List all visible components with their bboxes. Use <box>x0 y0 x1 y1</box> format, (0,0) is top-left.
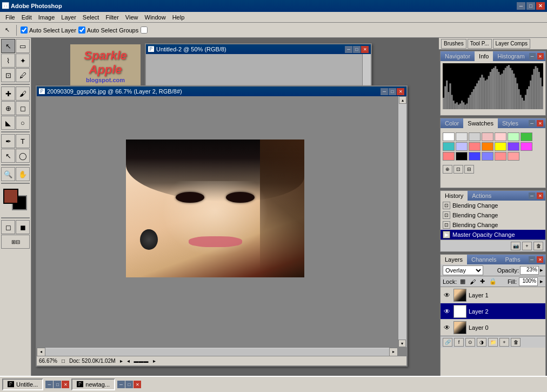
taskbar-min-2[interactable]: ─ <box>117 381 125 388</box>
menu-view[interactable]: View <box>122 13 142 22</box>
swatch-red[interactable] <box>469 142 481 151</box>
swatch-blue[interactable] <box>469 152 481 161</box>
fill-arrow[interactable]: ▸ <box>540 278 543 285</box>
opacity-input[interactable]: 23% <box>520 266 539 275</box>
untitled-max[interactable]: □ <box>353 46 361 53</box>
swatch-yellow[interactable] <box>495 142 506 151</box>
paint-bucket-tool[interactable]: ◣ <box>1 116 15 130</box>
heal-tool[interactable]: ✚ <box>1 87 15 101</box>
swatch-purple[interactable] <box>508 142 519 151</box>
history-new-state[interactable]: + <box>522 242 532 250</box>
lock-image[interactable]: 🖌 <box>469 278 477 285</box>
photo-scroll-left[interactable]: ◂ <box>37 348 45 356</box>
auto-select-groups-checkbox[interactable]: Auto Select Groups <box>78 26 138 34</box>
palette-tab-brushes[interactable]: Brushes <box>441 39 466 49</box>
layer-adjustment[interactable]: ◑ <box>477 338 486 347</box>
style-icon-2[interactable]: ⊡ <box>453 165 463 174</box>
layer-eye-2[interactable]: 👁 <box>443 307 451 316</box>
pen-tool[interactable]: ✒ <box>1 134 15 148</box>
menu-file[interactable]: File <box>2 13 18 22</box>
swatch-pink2[interactable] <box>495 132 506 141</box>
shape-tool[interactable]: ◯ <box>16 149 30 163</box>
show-transform-controls[interactable] <box>141 26 148 34</box>
hand-tool[interactable]: ✋ <box>16 167 30 181</box>
color-tab-styles[interactable]: Styles <box>498 118 523 128</box>
layer-link[interactable]: 🔗 <box>443 338 452 347</box>
photo-scrollbar-h[interactable]: ◂ ▸ <box>37 347 398 356</box>
fill-input[interactable]: 100% <box>519 277 538 286</box>
swatch-ltgray[interactable] <box>456 132 468 141</box>
swatch-green[interactable] <box>521 132 532 141</box>
menu-select[interactable]: Select <box>79 13 103 22</box>
photo-scrollbar-v[interactable]: ▴ ▾ <box>398 96 406 347</box>
menu-image[interactable]: Image <box>35 13 58 22</box>
crop-tool[interactable]: ⊡ <box>1 68 15 82</box>
swatch-white[interactable] <box>443 132 455 141</box>
swatch-ltblue[interactable] <box>456 142 468 151</box>
color-tab-swatches[interactable]: Swatches <box>463 118 498 128</box>
taskbar-max-2[interactable]: □ <box>125 381 133 388</box>
layers-tab-layers[interactable]: Layers <box>441 255 467 264</box>
dodge-tool[interactable]: ○ <box>16 116 30 130</box>
color-panel-close[interactable]: ✕ <box>537 120 543 127</box>
layer-item-1[interactable]: 👁 Layer 1 <box>441 287 545 303</box>
screen-mode[interactable]: ⊞⊟ <box>1 235 30 249</box>
photo-min[interactable]: ─ <box>381 88 388 95</box>
swatch-lt3[interactable] <box>508 152 519 161</box>
foreground-color[interactable] <box>3 189 18 204</box>
photo-max[interactable]: □ <box>389 88 396 95</box>
swatch-medblue[interactable] <box>482 152 493 161</box>
swatch-magenta[interactable] <box>521 142 532 151</box>
taskbar-untitled[interactable]: 🅿 Untitle... <box>2 378 43 390</box>
swatch-black[interactable] <box>456 152 468 161</box>
photo-scroll-track[interactable] <box>45 349 389 355</box>
auto-select-layer-checkbox[interactable]: Auto Select Layer <box>21 26 76 34</box>
menu-filter[interactable]: Filter <box>102 13 122 22</box>
swatch-salmon[interactable] <box>443 152 455 161</box>
layer-delete[interactable]: 🗑 <box>511 338 521 347</box>
taskbar-close-1[interactable]: ✕ <box>62 381 69 388</box>
nav-tab-histogram[interactable]: Histogram <box>493 51 529 61</box>
layers-panel-minimize[interactable]: ─ <box>529 256 535 263</box>
palette-tab-layercomps[interactable]: Layer Comps <box>493 39 530 49</box>
nav-panel-close[interactable]: ✕ <box>537 53 544 59</box>
color-tab-color[interactable]: Color <box>441 118 463 128</box>
style-icon-1[interactable]: ⊕ <box>443 165 452 174</box>
opacity-arrow[interactable]: ▸ <box>540 267 543 274</box>
quickmask-mode[interactable]: ◼ <box>16 220 30 234</box>
taskbar-min-1[interactable]: ─ <box>45 381 53 388</box>
marquee-tool[interactable]: ▭ <box>16 39 30 53</box>
clone-stamp-tool[interactable]: ⊕ <box>1 101 15 115</box>
swatch-teal[interactable] <box>443 142 455 151</box>
lock-transparency[interactable]: ▦ <box>459 277 466 285</box>
blend-mode-select[interactable]: Overlay <box>443 265 483 275</box>
zoom-tool[interactable]: 🔍 <box>1 167 15 181</box>
nav-panel-minimize[interactable]: ─ <box>529 53 536 59</box>
nav-tab-info[interactable]: Info <box>475 51 493 61</box>
layer-item-0[interactable]: 👁 Layer 0 <box>441 320 545 336</box>
layers-tab-paths[interactable]: Paths <box>501 255 525 264</box>
history-new-snapshot[interactable]: 📷 <box>511 242 521 250</box>
layer-eye-0[interactable]: 👁 <box>443 323 451 332</box>
history-panel-minimize[interactable]: ─ <box>529 192 535 199</box>
close-button[interactable]: ✕ <box>536 2 545 10</box>
layer-group[interactable]: 📁 <box>488 338 498 347</box>
type-tool[interactable]: T <box>16 134 30 148</box>
lock-all[interactable]: 🔒 <box>488 277 498 285</box>
history-item-4[interactable]: ▶ Master Opacity Change <box>441 230 545 240</box>
untitled-min[interactable]: ─ <box>345 46 352 53</box>
layer-item-2[interactable]: 👁 Layer 2 <box>441 303 545 320</box>
menu-layer[interactable]: Layer <box>58 13 79 22</box>
taskbar-max-1[interactable]: □ <box>54 381 61 388</box>
palette-tab-toolpresets[interactable]: Tool P... <box>468 39 492 49</box>
move-tool[interactable]: ↖ <box>1 39 15 53</box>
history-item-3[interactable]: ⊡ Blending Change <box>441 220 545 230</box>
eraser-tool[interactable]: ◻ <box>16 101 30 115</box>
color-panel-minimize[interactable]: ─ <box>529 120 535 127</box>
move-tool-options[interactable]: ↖ <box>2 24 12 36</box>
swatch-pink1[interactable] <box>482 132 493 141</box>
layers-panel-close[interactable]: ✕ <box>537 256 543 263</box>
menu-help[interactable]: Help <box>169 13 188 22</box>
maximize-button[interactable]: □ <box>526 2 535 10</box>
layer-new[interactable]: + <box>499 338 509 347</box>
